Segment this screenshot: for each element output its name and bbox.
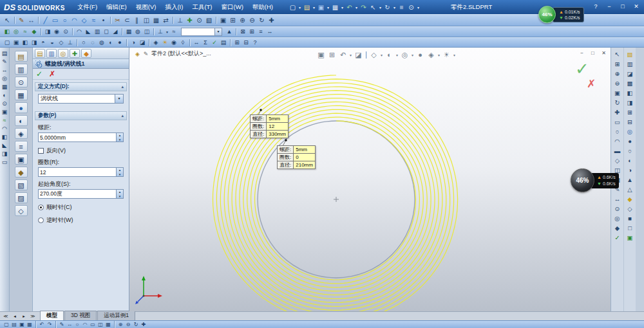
callout-value[interactable]: 5mm <box>294 146 316 154</box>
redo-icon[interactable]: ↷ <box>359 3 368 12</box>
chamfer-icon[interactable]: ◣ <box>84 28 93 36</box>
sheet-metal-toolbar-icon[interactable]: ◧ <box>1 133 9 141</box>
hide-show-items-icon[interactable]: ◎ <box>399 50 410 60</box>
zoom-window-icon[interactable]: ⊞ <box>612 60 622 69</box>
file-properties-icon[interactable]: ≡ <box>397 3 406 12</box>
hidden-lines-removed-icon[interactable]: ◍ <box>97 39 106 47</box>
menu-file[interactable]: 文件(F) <box>73 1 102 14</box>
configuration-manager-tab-icon[interactable]: ◎ <box>58 49 68 58</box>
dropdown-caret-icon[interactable]: ▾ <box>452 53 457 57</box>
environment-icon[interactable]: ◇ <box>625 205 635 214</box>
arc-icon[interactable]: ◠ <box>70 15 79 25</box>
graphics-viewport[interactable]: ◈✎ 零件2 (默认<<默认>_... ▣⊞↶▾◪◇▾◐▾◎▾●◈▾☀▾ −□✕… <box>129 48 611 311</box>
apply-scene-icon[interactable]: ◈ <box>426 50 437 60</box>
revolve-icon[interactable]: ◎ <box>612 214 622 223</box>
menu-edit[interactable]: 编辑(E) <box>102 1 131 14</box>
extruded-cut-icon[interactable]: ◨ <box>43 28 52 36</box>
macro-icon[interactable]: ▨ <box>15 192 28 203</box>
back-view-icon[interactable]: ▣ <box>12 39 21 47</box>
surfaces-toolbar-icon[interactable]: ◠ <box>1 125 9 132</box>
grid-visibility-icon[interactable]: ■ <box>625 214 635 223</box>
counterclockwise-radio-row[interactable]: 逆时针(W) <box>38 216 124 224</box>
collapse-icon[interactable]: ▴ <box>121 113 124 118</box>
zoom-in-icon[interactable]: ⊕ <box>117 321 124 328</box>
tab-motion-study[interactable]: 运动算例1 <box>97 311 135 320</box>
help-button[interactable]: ? <box>592 3 600 10</box>
spinner-down-icon[interactable]: ▾ <box>117 194 123 199</box>
spline-icon[interactable]: ≈ <box>89 15 99 25</box>
shell-icon[interactable]: ◻ <box>102 28 111 36</box>
section-view-icon[interactable]: ◪ <box>138 39 147 47</box>
dropdown-caret-icon[interactable]: ▾ <box>312 5 316 10</box>
undo-icon[interactable]: ↶ <box>345 3 354 12</box>
fillet-icon[interactable]: ◠ <box>75 28 84 36</box>
appearance-icon[interactable]: ▥ <box>625 60 635 69</box>
mirror-feature-icon[interactable]: ◫ <box>142 28 151 36</box>
menu-help[interactable]: 帮助(H) <box>248 1 278 14</box>
origins-visibility-icon[interactable]: ◎ <box>625 127 635 136</box>
circle-icon[interactable]: ○ <box>73 321 81 328</box>
standard-toolbar-icon[interactable]: ▣ <box>1 108 9 116</box>
wireframe-icon[interactable]: ○ <box>79 39 88 47</box>
hide-show-items-icon[interactable]: ▤ <box>625 50 635 59</box>
extruded-boss-icon[interactable]: ◧ <box>3 28 12 36</box>
define-section-header[interactable]: 定义方式(D): ▴ <box>35 82 127 91</box>
file-explorer-icon[interactable]: ▥ <box>15 64 28 75</box>
sketch-toolbar-icon[interactable]: ✎ <box>1 58 9 66</box>
rapid-sketch-icon[interactable]: ▧ <box>204 15 214 25</box>
dropdown-caret-icon[interactable]: ▾ <box>392 5 397 10</box>
dimension-standard-icon[interactable]: ↔ <box>265 28 274 36</box>
weld-beads-icon[interactable]: △ <box>625 185 635 194</box>
palette-icon[interactable]: ▦ <box>15 89 28 100</box>
dropdown-caret-icon[interactable]: ▾ <box>416 5 421 10</box>
design-library-icon[interactable]: ▤ <box>15 51 28 62</box>
network-monitor-top[interactable]: 46% ▲ 0.01K/s ▼ 0.02K/s <box>538 6 584 23</box>
rotate-view-icon[interactable]: ↻ <box>132 321 140 328</box>
dropdown-caret-icon[interactable]: ▾ <box>378 5 383 10</box>
revolved-boss-icon[interactable]: ◎ <box>12 28 21 36</box>
decals-icon[interactable]: ◈ <box>15 128 28 139</box>
polygon-icon[interactable]: ◇ <box>612 156 622 165</box>
units-icon[interactable]: ≡ <box>256 28 265 36</box>
add-ins-icon[interactable]: ◇ <box>15 205 28 216</box>
previous-view-icon[interactable]: ↶ <box>337 50 348 60</box>
parting-lines-icon[interactable]: ▲ <box>625 176 635 185</box>
curves-toolbar-icon[interactable]: ≈ <box>1 116 9 124</box>
zoom-out-icon[interactable]: ⊖ <box>124 321 132 328</box>
ok-button[interactable]: ✓ <box>36 69 43 78</box>
annotations-visibility-icon[interactable]: □ <box>625 224 635 233</box>
arc-icon[interactable]: ◠ <box>81 321 89 328</box>
repair-sketch-icon[interactable]: ✚ <box>185 15 194 25</box>
bottom-view-icon[interactable]: ◒ <box>48 39 57 47</box>
weldments-toolbar-icon[interactable]: ◣ <box>1 141 9 149</box>
curves-icon[interactable]: ≈ <box>169 28 178 36</box>
revolutions-spinner[interactable]: ▴▾ <box>117 167 124 177</box>
shaded-icon[interactable]: ● <box>115 39 124 47</box>
confirmation-ok-icon[interactable]: ✓ <box>575 59 589 79</box>
features-toolbar-icon[interactable]: ▤ <box>1 50 9 57</box>
zoom-fit-icon[interactable]: ▣ <box>316 50 327 60</box>
callout-value[interactable]: 0 <box>294 154 316 161</box>
hole-wizard-icon[interactable]: ⊙ <box>61 28 70 36</box>
loft-icon[interactable]: ◆ <box>612 224 622 233</box>
accept-icon[interactable]: ✓ <box>612 233 622 242</box>
line-icon[interactable]: ╱ <box>41 15 50 25</box>
spiral-point-handle[interactable] <box>260 109 262 111</box>
mold-tools-toolbar-icon[interactable]: ◨ <box>1 150 9 158</box>
display-relations-icon[interactable]: ⊥ <box>175 15 185 25</box>
dropdown-caret-icon[interactable]: ▾ <box>298 5 302 10</box>
spiral-point-handle[interactable] <box>285 140 287 141</box>
dropdown-caret-icon[interactable]: ▾ <box>354 5 359 10</box>
define-method-dropdown[interactable]: 涡状线 ▾ <box>38 94 124 104</box>
circle-icon[interactable]: ○ <box>60 15 70 25</box>
toggle-visibility-icon[interactable]: ▣ <box>625 233 635 242</box>
callout-value[interactable]: 330mm <box>267 131 289 138</box>
new-document-icon[interactable]: ▢ <box>3 321 10 328</box>
edit-appearance-icon[interactable]: ● <box>415 50 426 60</box>
clockwise-radio-row[interactable]: 顺时针(C) <box>38 203 124 212</box>
rib-icon[interactable]: ▥ <box>93 28 102 36</box>
pattern-icon[interactable]: ▦ <box>104 321 112 328</box>
start-angle-input[interactable] <box>38 189 117 199</box>
measure-icon[interactable]: ↔ <box>192 39 201 47</box>
circular-pattern-icon[interactable]: ◍ <box>133 28 142 36</box>
